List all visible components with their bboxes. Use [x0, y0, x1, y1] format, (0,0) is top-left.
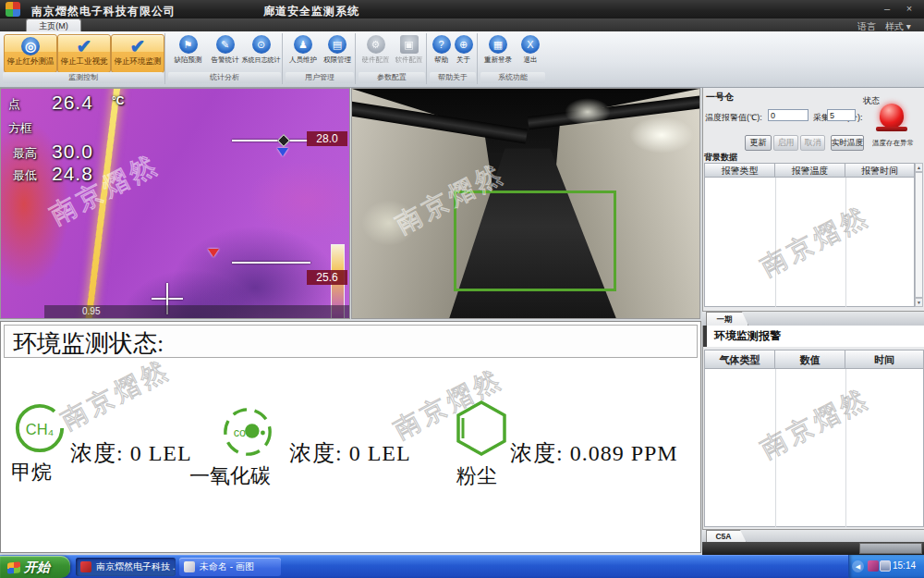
personnel-maintain-button[interactable]: ♟ 人员维护	[286, 35, 320, 70]
bin-title: 一号仓	[706, 91, 734, 104]
permission-management-button[interactable]: ▤ 权限管理	[321, 35, 354, 70]
temp-alarm-input[interactable]	[768, 109, 808, 121]
methane-icon: CH₄	[13, 401, 67, 455]
card-pencil-icon: ▤	[328, 35, 346, 54]
panel-handle[interactable]	[859, 543, 922, 554]
globe-chart-icon: ⊙	[252, 35, 271, 54]
gas-reading-dust: 浓度: 0.089 PPM	[510, 438, 678, 468]
scale-max-tag: 28.0	[307, 131, 347, 146]
tab-home[interactable]: 主页(M)	[26, 18, 81, 32]
env-alarm-section-title: 环境监测报警	[703, 326, 924, 347]
thermal-min-value: 24.8	[52, 163, 93, 185]
exit-button[interactable]: X 退出	[517, 35, 544, 70]
group-label-system-functions: 系统功能	[480, 72, 545, 83]
industrial-camera-view: 南京熠然	[351, 88, 700, 319]
realtime-temp-button[interactable]: 实时温度	[831, 135, 864, 151]
watermark: 南京熠然	[55, 351, 176, 438]
carbon-monoxide-icon: co	[221, 405, 274, 459]
ribbon-group-user-management: ♟ 人员维护 ▤ 权限管理 用户管理	[285, 33, 356, 84]
column-divider	[845, 369, 846, 527]
gas-col-time[interactable]: 时间	[845, 350, 924, 369]
tray-app-icon[interactable]	[868, 560, 879, 572]
alarm-col-type[interactable]: 报警类型	[704, 163, 775, 178]
thermal-max-label: 最高	[13, 145, 37, 162]
stop-env-monitor-button[interactable]: ✔ 停止环境监测	[111, 34, 164, 73]
dust-icon	[453, 398, 510, 459]
thermal-max-value: 30.0	[52, 141, 93, 163]
title-company: 南京熠然电子科技有限公司	[31, 4, 176, 19]
question-mark-icon: ?	[432, 35, 451, 54]
update-button[interactable]: 更新	[745, 135, 772, 151]
system-log-statistics-button[interactable]: ⊙ 系统日志统计	[241, 35, 281, 70]
group-label-monitor-control: 监测控制	[3, 72, 164, 83]
tray-network-icon[interactable]	[880, 560, 891, 572]
column-divider	[775, 369, 776, 527]
ribbon-toolbar: ◎ 停止红外测温 ✔ 停止工业视觉 ✔ 停止环境监测 监测控制 ⚑ 缺陷预测 ✎…	[0, 31, 924, 88]
ribbon-group-help-about: ? 帮助 ⊕ 关于 帮助关于	[429, 33, 478, 84]
help-button[interactable]: ? 帮助	[431, 35, 452, 70]
scale-min-tag: 25.6	[307, 270, 347, 285]
alarm-col-temp[interactable]: 报警温度	[774, 163, 845, 178]
hardware-config-button[interactable]: ⚙ 硬件配置	[359, 35, 392, 70]
ribbon-group-parameter-config: ⚙ 硬件配置 ▣ 软件配置 参数配置	[358, 33, 427, 84]
thermal-camera-view: 点 26.4 °C 方框 最高 30.0 最低 24.8 28.0 25.6 0…	[0, 88, 350, 319]
alarm-statistics-button[interactable]: ✎ 告警统计	[207, 35, 243, 70]
tray-clock[interactable]: 15:14	[893, 560, 916, 571]
ribbon-group-monitor-control: ◎ 停止红外测温 ✔ 停止工业视觉 ✔ 停止环境监测 监测控制	[2, 33, 165, 84]
paint-task-icon	[184, 561, 195, 572]
taskbar-item-paint[interactable]: 未命名 - 画图	[179, 558, 281, 576]
app-task-icon	[80, 561, 91, 572]
column-divider	[845, 178, 846, 307]
monitor-icon: ▣	[400, 35, 419, 54]
windows-flag-icon	[7, 561, 20, 573]
note-pencil-icon: ✎	[216, 35, 235, 54]
gas-col-type[interactable]: 气体类型	[704, 350, 775, 369]
stop-ir-thermometry-button[interactable]: ◎ 停止红外测温	[4, 34, 57, 73]
group-label-statistics: 统计分析	[168, 72, 281, 83]
check-icon: ✔	[75, 37, 93, 55]
alarm-table-body: 南京熠然	[704, 178, 915, 307]
gas-col-value[interactable]: 数值	[774, 350, 845, 369]
ribbon-group-system-functions: ▦ 重新登录 X 退出 系统功能	[480, 33, 546, 84]
scrollbar-track[interactable]	[915, 172, 923, 298]
measure-line-top	[232, 140, 308, 141]
enable-button[interactable]: 启用	[773, 135, 798, 151]
interval-input[interactable]	[827, 109, 856, 121]
env-status-title: 环境监测状态:	[13, 327, 164, 360]
thermal-unit: °C	[112, 94, 124, 107]
gas-name-methane: 甲烷	[11, 459, 52, 486]
gas-reading-methane: 浓度: 0 LEL	[70, 438, 192, 468]
title-bar: 南京熠然电子科技有限公司 廊道安全监测系统 – ×	[0, 0, 924, 18]
stop-industrial-vision-button[interactable]: ✔ 停止工业视觉	[57, 34, 111, 73]
app-window: 南京熠然电子科技有限公司 廊道安全监测系统 – × 主页(M) 语言 样式 ▾ …	[0, 0, 924, 578]
walking-person-icon: ⚑	[179, 35, 198, 54]
gas-name-co: 一氧化碳	[189, 462, 271, 490]
relogin-button[interactable]: ▦ 重新登录	[481, 35, 515, 70]
minimize-button[interactable]: –	[880, 2, 894, 15]
thermal-point-value: 26.4	[52, 92, 93, 114]
alarm-lamp-icon	[880, 104, 904, 128]
svg-text:co: co	[234, 426, 246, 439]
emissivity-value: 0.95	[82, 306, 100, 316]
taskbar-item-app[interactable]: 南京熠然电子科技 ...	[76, 558, 176, 576]
exit-x-icon: X	[521, 35, 540, 54]
thermal-point-label: 点	[8, 96, 20, 113]
column-divider	[775, 178, 776, 307]
globe-icon: ⊕	[455, 35, 473, 54]
tab-phase-one[interactable]: 一期	[706, 312, 748, 326]
defect-prediction-button[interactable]: ⚑ 缺陷预测	[170, 35, 206, 70]
scroll-up-arrow[interactable]: ▲	[915, 163, 923, 172]
close-button[interactable]: ×	[902, 2, 917, 15]
software-config-button[interactable]: ▣ 软件配置	[393, 35, 425, 70]
lamp-caption: 温度存在异常	[872, 139, 914, 148]
cancel-button[interactable]: 取消	[800, 135, 825, 151]
alarm-col-time[interactable]: 报警时间	[845, 163, 915, 178]
scroll-down-arrow[interactable]: ▼	[915, 298, 923, 307]
tray-collapse-icon[interactable]: ◀	[852, 560, 864, 572]
start-button[interactable]: 开始	[0, 556, 70, 578]
camera-light	[565, 98, 611, 126]
camera-light	[361, 200, 417, 246]
about-button[interactable]: ⊕ 关于	[453, 35, 474, 70]
blue-triangle-marker	[277, 148, 288, 156]
tab-c5a[interactable]: C5A	[706, 530, 747, 543]
